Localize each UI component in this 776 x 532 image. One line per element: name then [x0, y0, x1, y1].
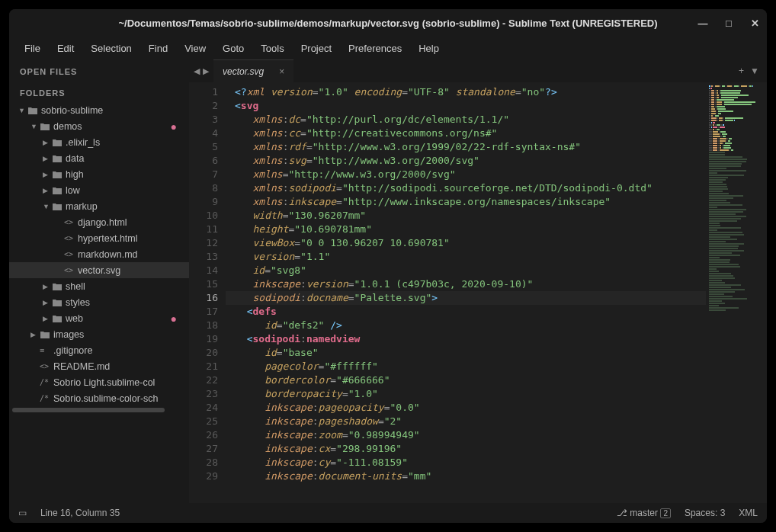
menu-view[interactable]: View	[177, 40, 213, 57]
status-panel-icon[interactable]: ▭	[18, 508, 27, 518]
folder-icon	[52, 170, 66, 179]
window-title: ~/Documentos/Temas/sobrio-sublime/demos/…	[118, 18, 657, 29]
folder-styles[interactable]: ▶styles	[9, 294, 189, 310]
file-icon: <>	[64, 266, 78, 274]
folder-high[interactable]: ▶high	[9, 166, 189, 182]
app-window: ~/Documentos/Temas/sobrio-sublime/demos/…	[9, 9, 767, 523]
file-markdown-md[interactable]: <>markdown.md	[9, 246, 189, 262]
file-hypertext-html[interactable]: <>hypertext.html	[9, 230, 189, 246]
folder-icon	[52, 154, 66, 163]
folder-icon	[52, 138, 66, 147]
menu-help[interactable]: Help	[411, 40, 447, 57]
tabbar: ◀ ▶ vector.svg × + ▼	[189, 59, 767, 82]
close-button[interactable]: ✕	[749, 18, 761, 29]
tab-vector-svg[interactable]: vector.svg ×	[213, 59, 293, 82]
folder--elixir-ls[interactable]: ▶.elixir_ls	[9, 134, 189, 150]
menu-file[interactable]: File	[17, 40, 48, 57]
minimap[interactable]	[706, 82, 767, 503]
folder-low[interactable]: ▶low	[9, 182, 189, 198]
file-icon: <>	[64, 218, 78, 226]
folder-icon	[52, 314, 66, 323]
statusbar: ▭ Line 16, Column 35 ⎇ master 2 Spaces: …	[9, 503, 767, 523]
status-spaces[interactable]: Spaces: 3	[685, 508, 725, 518]
sidebar-scrollbar[interactable]	[9, 406, 189, 414]
folder-data[interactable]: ▶data	[9, 150, 189, 166]
tab-menu-icon[interactable]: ▼	[750, 66, 759, 76]
file-sobrio-sublime-color-sch[interactable]: /*Sobrio.sublime-color-sch	[9, 390, 189, 406]
file-icon: ≡	[40, 346, 53, 354]
titlebar: ~/Documentos/Temas/sobrio-sublime/demos/…	[9, 9, 767, 37]
folder-icon	[52, 186, 66, 195]
menubar: FileEditSelectionFindViewGotoToolsProjec…	[9, 37, 767, 59]
menu-find[interactable]: Find	[141, 40, 175, 57]
file-django-html[interactable]: <>django.html	[9, 214, 189, 230]
folder-demos[interactable]: ▼demos●	[9, 118, 189, 134]
status-branch[interactable]: ⎇ master 2	[617, 508, 671, 518]
status-cursor[interactable]: Line 16, Column 35	[40, 508, 120, 518]
tab-close-icon[interactable]: ×	[279, 66, 284, 77]
tab-add-icon[interactable]: +	[739, 66, 744, 76]
folder-markup[interactable]: ▼markup	[9, 198, 189, 214]
menu-selection[interactable]: Selection	[83, 40, 139, 57]
maximize-button[interactable]: □	[723, 18, 735, 29]
modified-dot-icon: ●	[171, 312, 177, 325]
folder-icon	[52, 282, 66, 291]
file-icon: <>	[64, 234, 78, 242]
folder-images[interactable]: ▶images	[9, 326, 189, 342]
folder-icon	[40, 330, 53, 339]
tab-label: vector.svg	[223, 66, 264, 77]
folder-icon	[52, 298, 66, 307]
file-icon: <>	[40, 362, 53, 370]
menu-preferences[interactable]: Preferences	[341, 40, 409, 57]
folder-icon	[27, 106, 41, 115]
menu-project[interactable]: Project	[293, 40, 339, 57]
menu-tools[interactable]: Tools	[253, 40, 291, 57]
file-readme-md[interactable]: <>README.md	[9, 358, 189, 374]
tab-next-icon[interactable]: ▶	[203, 66, 209, 76]
menu-edit[interactable]: Edit	[50, 40, 82, 57]
file-icon: /*	[40, 378, 53, 386]
menu-goto[interactable]: Goto	[215, 40, 252, 57]
file--gitignore[interactable]: ≡.gitignore	[9, 342, 189, 358]
folder-icon	[52, 202, 66, 211]
file-sobrio-light-sublime-col[interactable]: /*Sobrio Light.sublime-col	[9, 374, 189, 390]
open-files-heading: OPEN FILES	[9, 59, 189, 81]
folders-heading: FOLDERS	[9, 81, 189, 102]
status-syntax[interactable]: XML	[739, 508, 758, 518]
modified-dot-icon: ●	[171, 120, 177, 133]
gutter[interactable]: 1234567891011121314151617181920212223242…	[189, 82, 226, 503]
tab-prev-icon[interactable]: ◀	[194, 66, 200, 76]
folder-icon	[40, 122, 53, 131]
file-vector-svg[interactable]: <>vector.svg	[9, 262, 189, 278]
folder-web[interactable]: ▶web●	[9, 310, 189, 326]
editor-area: ◀ ▶ vector.svg × + ▼ 1234567891011121314…	[189, 59, 767, 503]
minimize-button[interactable]: —	[697, 18, 709, 29]
file-icon: /*	[40, 394, 53, 402]
folder-shell[interactable]: ▶shell	[9, 278, 189, 294]
file-icon: <>	[64, 250, 78, 258]
code-editor[interactable]: <?xml version="1.0" encoding="UTF-8" sta…	[226, 82, 706, 503]
sidebar[interactable]: OPEN FILES FOLDERS ▼sobrio-sublime▼demos…	[9, 59, 189, 503]
folder-sobrio-sublime[interactable]: ▼sobrio-sublime	[9, 102, 189, 118]
